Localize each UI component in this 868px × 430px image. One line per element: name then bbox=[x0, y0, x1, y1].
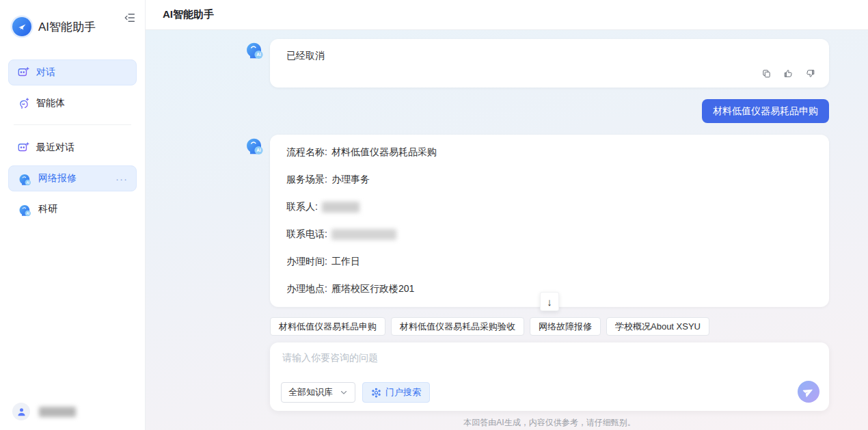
svg-text:AI: AI bbox=[26, 180, 29, 184]
app-window: AI智能助手 对话 智能体 bbox=[0, 0, 868, 430]
chat-bubble-plus-icon bbox=[17, 66, 29, 79]
conversation-item-network-repair[interactable]: AI 网络报修 ··· bbox=[8, 165, 137, 191]
chat-input[interactable] bbox=[282, 352, 769, 381]
chevron-down-icon bbox=[340, 388, 348, 397]
conversation-label: 网络报修 bbox=[38, 172, 77, 185]
ai-avatar-icon: AI bbox=[243, 39, 264, 59]
knowledge-base-select[interactable]: 全部知识库 bbox=[281, 382, 355, 403]
chat-area: AI 已经取消 bbox=[146, 30, 868, 430]
conversation-label: 科研 bbox=[38, 203, 57, 215]
process-line: 办理时间: 工作日 bbox=[286, 248, 813, 276]
contact-phone-redacted bbox=[331, 229, 396, 240]
input-controls: 全部知识库 门户搜索 bbox=[281, 382, 430, 403]
svg-text:AI: AI bbox=[256, 148, 261, 152]
svg-text:AI: AI bbox=[26, 211, 29, 215]
send-button[interactable] bbox=[798, 381, 819, 403]
scroll-down-button[interactable]: ↓ bbox=[540, 292, 559, 311]
chat-input-card: 全部知识库 门户搜索 bbox=[270, 342, 829, 411]
user-profile[interactable] bbox=[12, 403, 76, 420]
app-title: AI智能助手 bbox=[38, 19, 96, 35]
suggestion-chip[interactable]: 网络故障报修 bbox=[530, 317, 601, 336]
ai-message-text: 已经取消 bbox=[286, 50, 325, 61]
svg-text:AI: AI bbox=[256, 52, 261, 57]
paper-plane-icon bbox=[801, 384, 816, 399]
contact-name-redacted bbox=[322, 202, 360, 213]
arrow-down-icon: ↓ bbox=[547, 296, 552, 308]
sidebar-item-chat[interactable]: 对话 bbox=[8, 59, 137, 85]
main-header: AI智能助手 bbox=[146, 0, 868, 30]
thumbs-up-icon[interactable] bbox=[783, 68, 794, 79]
ai-avatar-icon: AI bbox=[243, 135, 264, 155]
user-avatar-icon bbox=[12, 403, 30, 420]
process-line: 流程名称: 材料低值仪器易耗品采购 bbox=[286, 139, 813, 166]
portal-hub-icon bbox=[371, 388, 381, 398]
ai-disclaimer: 本回答由AI生成，内容仅供参考，请仔细甄别。 bbox=[270, 411, 829, 429]
sidebar-item-label: 智能体 bbox=[36, 97, 65, 109]
user-message-bubble[interactable]: 材料低值仪器易耗品申购 bbox=[702, 99, 829, 123]
suggestion-chip[interactable]: 学校概况About XSYU bbox=[606, 317, 709, 336]
sidebar-item-label: 对话 bbox=[36, 66, 55, 79]
ai-avatar-icon: AI bbox=[17, 172, 31, 186]
sidebar-item-agents[interactable]: 智能体 bbox=[8, 90, 137, 116]
thumbs-down-icon[interactable] bbox=[805, 68, 815, 79]
process-line: 联系人: bbox=[286, 193, 813, 221]
conversation-item-research[interactable]: AI 科研 bbox=[8, 196, 137, 222]
collapse-sidebar-icon[interactable] bbox=[124, 12, 137, 25]
sidebar: AI智能助手 对话 智能体 bbox=[0, 0, 146, 430]
sidebar-item-label: 最近对话 bbox=[36, 142, 74, 154]
process-line: 服务场景: 办理事务 bbox=[286, 166, 813, 193]
user-name-redacted bbox=[39, 407, 76, 417]
process-line: 联系电话: bbox=[286, 221, 813, 248]
app-logo-icon bbox=[12, 17, 31, 36]
more-icon[interactable]: ··· bbox=[116, 174, 128, 184]
suggestion-chip[interactable]: 材料低值仪器易耗品申购 bbox=[270, 317, 385, 336]
ai-message-card: 已经取消 bbox=[270, 39, 829, 88]
user-message-row: 材料低值仪器易耗品申购 bbox=[243, 99, 829, 123]
ai-message: AI 流程名称: 材料低值仪器易耗品采购 服务场景: 办理事务 联系人: bbox=[243, 135, 829, 307]
portal-search-button[interactable]: 门户搜索 bbox=[362, 382, 430, 403]
ai-message: AI 已经取消 bbox=[243, 39, 829, 88]
suggestion-chips: 材料低值仪器易耗品申购 材料低值仪器易耗品采购验收 网络故障报修 学校概况Abo… bbox=[270, 317, 829, 336]
ai-avatar-icon: AI bbox=[17, 202, 31, 217]
sidebar-divider bbox=[14, 124, 131, 125]
main-panel: AI智能助手 AI 已经取消 bbox=[146, 0, 868, 430]
page-title: AI智能助手 bbox=[163, 8, 214, 21]
sidebar-item-recent-chats[interactable]: 最近对话 bbox=[8, 135, 137, 161]
message-actions bbox=[761, 68, 815, 79]
ai-message-card: 流程名称: 材料低值仪器易耗品采购 服务场景: 办理事务 联系人: 联系电话: bbox=[270, 135, 829, 307]
agent-head-icon bbox=[17, 97, 29, 109]
copy-icon[interactable] bbox=[761, 68, 772, 79]
recent-chats-icon bbox=[17, 142, 29, 154]
sidebar-nav: 对话 智能体 最近对话 bbox=[0, 59, 145, 222]
suggestion-chip[interactable]: 材料低值仪器易耗品采购验收 bbox=[391, 317, 524, 336]
